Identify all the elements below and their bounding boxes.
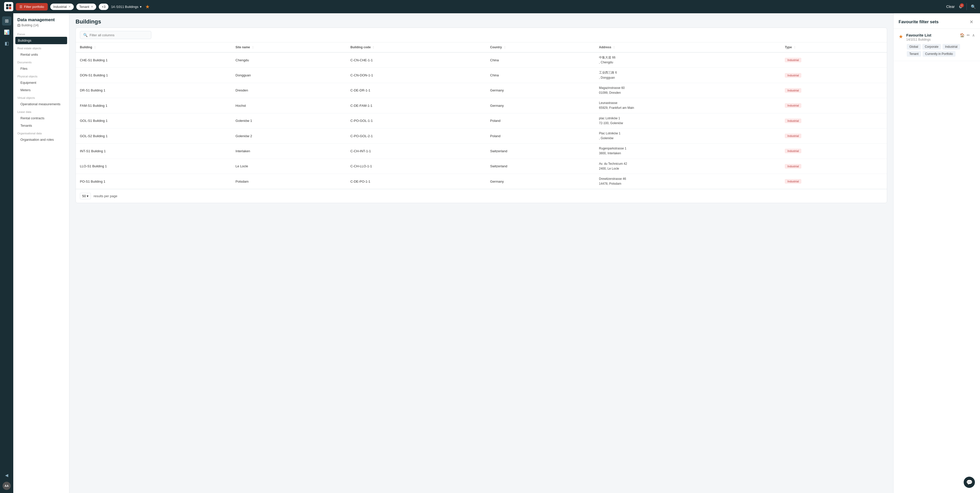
cell-code: C-CN-DON-1-1	[346, 68, 486, 83]
sidebar-item-rental-contracts[interactable]: Rental contracts	[13, 115, 69, 122]
cell-country: China	[486, 68, 595, 83]
favourite-item-edit-button[interactable]: ✏	[967, 33, 970, 38]
cell-site-name: Interlaken	[231, 144, 346, 159]
svg-rect-0	[6, 4, 8, 6]
cell-site-name: Potsdam	[231, 174, 346, 189]
sort-building-icon[interactable]: ⋮	[94, 46, 96, 49]
cell-type: Industrial	[781, 128, 887, 143]
cell-code: C-CN-CHE-1-1	[346, 53, 486, 68]
search-button[interactable]: 🔍	[971, 4, 976, 9]
tenant-chip-close[interactable]: ✕	[91, 5, 93, 8]
page-title: Buildings	[76, 18, 887, 25]
table-body: CHE-S1 Building 1 Chengdu C-CN-CHE-1-1 C…	[76, 53, 887, 189]
cell-site-name: Goleniów 2	[231, 128, 346, 143]
favourite-item-expand-button[interactable]: ∧	[972, 33, 975, 38]
sort-country-icon[interactable]: ⋮	[504, 46, 506, 49]
chevron-down-icon: ▾	[87, 194, 89, 198]
industrial-chip[interactable]: Industrial ✕	[50, 3, 74, 10]
favourite-star-button[interactable]: ★	[145, 3, 150, 10]
sidebar-item-tenants[interactable]: Tenants	[13, 122, 69, 129]
cell-site-name: Dresden	[231, 83, 346, 98]
filter-badge: 2	[960, 3, 964, 7]
topnav-divider	[966, 3, 967, 10]
cell-building: DON-S1 Building 1	[76, 68, 231, 83]
cell-site-name: Chengdu	[231, 53, 346, 68]
cell-country: Germany	[486, 83, 595, 98]
favourite-tag: Tenant	[907, 51, 921, 57]
app-body: ⊞ 📊 ◧ ◀ AA Data management Building (14)…	[0, 13, 980, 493]
chat-button[interactable]: 💬	[964, 477, 975, 488]
tenant-chip-label: Tenant	[80, 5, 89, 9]
cell-country: Poland	[486, 128, 595, 143]
organisational-data-label: Organisational data	[13, 129, 69, 136]
filter-input[interactable]	[89, 33, 148, 37]
sidebar-item-organisation-and-roles[interactable]: Organisation and roles	[13, 136, 69, 143]
per-page-select[interactable]: 50 ▾	[80, 193, 91, 199]
filter-input-wrapper: 🔍	[80, 31, 151, 39]
filter-portfolio-button[interactable]: ☰ Filter portfolio	[16, 3, 48, 11]
favourite-panel-close[interactable]: ✕	[968, 18, 975, 26]
favourite-item-info: Favourite List 14/1011 Buildings	[906, 33, 957, 41]
sidebar-item-rental-units[interactable]: Rental units	[13, 51, 69, 58]
cell-code: C-PO-GOL-1-1	[346, 113, 486, 128]
sidebar-item-operational-measurements[interactable]: Operational measurements	[13, 101, 69, 108]
sidebar-item-equipment[interactable]: Equipment	[13, 79, 69, 86]
buildings-count-button[interactable]: 14 /1011 Buildings ▾	[111, 5, 142, 9]
filter-icon-button[interactable]: ⚙ 2	[959, 4, 963, 9]
favourite-panel-title: Favourite filter sets	[899, 19, 939, 24]
cell-address: Rugenparkstrasse 13800, Interlaken	[595, 144, 781, 159]
chip-count[interactable]: +3	[99, 3, 109, 10]
favourite-item-name: Favourite List	[906, 33, 957, 37]
favourite-item-home-button[interactable]: 🏠	[960, 33, 965, 38]
main-header: Buildings	[69, 13, 893, 27]
real-estate-label: Real estate objects	[13, 44, 69, 51]
nav-chart-button[interactable]: 📊	[2, 27, 11, 37]
cell-country: Switzerland	[486, 144, 595, 159]
table-wrapper: 🔍 Building ⋮	[76, 27, 887, 203]
icon-bar: ⊞ 📊 ◧ ◀ AA	[0, 13, 13, 493]
table-row: GOL-S1 Building 1 Goleniów 1 C-PO-GOL-1-…	[76, 113, 887, 128]
cell-type: Industrial	[781, 98, 887, 113]
favourite-tag: Industrial	[942, 44, 960, 49]
sort-sitename-icon[interactable]: ⋮	[251, 46, 254, 49]
favourite-item-header: ★ Favourite List 14/1011 Buildings 🏠 ✏ ∧	[899, 33, 975, 41]
favourite-panel: Favourite filter sets ✕ ★ Favourite List…	[893, 13, 980, 493]
svg-rect-1	[9, 4, 11, 6]
industrial-chip-close[interactable]: ✕	[68, 5, 71, 8]
table-row: DON-S1 Building 1 Dongguan C-CN-DON-1-1 …	[76, 68, 887, 83]
cell-site-name: Le Locle	[231, 159, 346, 174]
tenant-chip[interactable]: Tenant ✕	[76, 3, 96, 10]
cell-building: PO-S1 Building 1	[76, 174, 231, 189]
cell-code: C-CH-INT-1-1	[346, 144, 486, 159]
sidebar-item-files[interactable]: Files	[13, 65, 69, 72]
avatar[interactable]: AA	[3, 482, 11, 490]
sort-address-icon[interactable]: ⋮	[613, 46, 615, 49]
app-logo	[4, 2, 13, 11]
table-area: 🔍 Building ⋮	[69, 27, 893, 493]
physical-objects-label: Physical objects	[13, 72, 69, 79]
cell-code: C-DE-FAM-1-1	[346, 98, 486, 113]
cell-type: Industrial	[781, 113, 887, 128]
sidebar-item-meters[interactable]: Meters	[13, 86, 69, 94]
filter-row: 🔍	[76, 28, 887, 42]
table-row: DR-S1 Building 1 Dresden C-DE-DR-1-1 Ger…	[76, 83, 887, 98]
col-address: Address ⋮	[595, 42, 781, 53]
clear-button[interactable]: Clear	[946, 5, 955, 9]
table-row: FAM-S1 Building 1 Hochst C-DE-FAM-1-1 Ge…	[76, 98, 887, 113]
sidebar: Data management Building (14) Focus Buil…	[13, 13, 69, 493]
pagination-row: 50 ▾ results per page	[76, 189, 887, 203]
sidebar-title: Data management	[13, 18, 69, 24]
cell-type: Industrial	[781, 159, 887, 174]
sidebar-item-buildings[interactable]: Buildings	[15, 37, 67, 44]
cell-address: Drewitzerstrasse 4614478, Potsdam	[595, 174, 781, 189]
buildings-table: Building ⋮ Site name ⋮	[76, 42, 887, 189]
favourite-item-star: ★	[899, 34, 903, 40]
sort-type-icon[interactable]: ⋮	[794, 46, 796, 49]
nav-layers-button[interactable]: ◧	[2, 39, 11, 48]
industrial-chip-label: Industrial	[53, 5, 67, 9]
nav-grid-button[interactable]: ⊞	[2, 16, 11, 26]
sidebar-collapse-button[interactable]: ◀	[2, 471, 11, 480]
cell-building: GOL-S1 Building 1	[76, 113, 231, 128]
sort-code-icon[interactable]: ⋮	[372, 46, 375, 49]
cell-country: Germany	[486, 174, 595, 189]
